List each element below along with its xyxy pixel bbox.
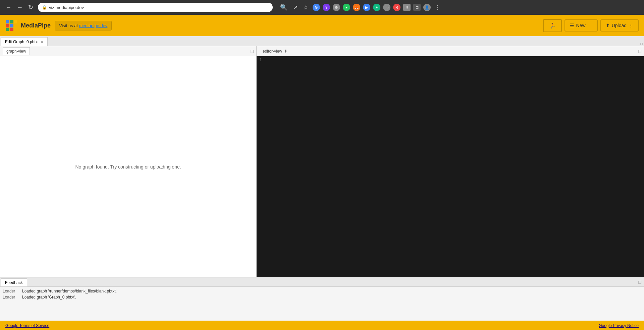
- new-menu-icon: ⋮: [588, 23, 592, 28]
- header-right: 🏃 ☰ New ⋮ ⬆ Upload ⋮: [543, 19, 639, 32]
- run-icon: 🏃: [549, 22, 556, 29]
- svg-rect-0: [6, 20, 9, 23]
- svg-rect-4: [10, 24, 13, 27]
- ext-icon-1[interactable]: G: [313, 4, 320, 11]
- svg-rect-5: [6, 28, 9, 31]
- feedback-row-2: Loader Loaded graph 'Graph_0.pbtxt'.: [0, 294, 644, 300]
- lock-icon: 🔒: [42, 5, 47, 10]
- app-logo: MediaPipe: [5, 19, 51, 31]
- share-button[interactable]: ↗: [291, 3, 300, 12]
- search-button[interactable]: 🔍: [278, 3, 289, 12]
- visit-label: Visit us at: [59, 23, 78, 28]
- feedback-tab-bar: Feedback □: [0, 277, 644, 287]
- privacy-link[interactable]: Google Privacy Notice: [599, 323, 639, 328]
- run-button[interactable]: 🏃: [543, 19, 562, 32]
- upload-icon: ⬆: [606, 23, 610, 28]
- bookmark-button[interactable]: ☆: [301, 3, 311, 12]
- feedback-panel: Feedback □ Loader Loaded graph '/runner/…: [0, 277, 644, 321]
- reload-button[interactable]: ↻: [26, 3, 35, 12]
- editor-download-icon[interactable]: ⬇: [284, 49, 287, 54]
- browser-chrome: ← → ↻ 🔒 viz.mediapipe.dev 🔍 ↗ ☆ G 9 ⚙ ● …: [0, 0, 644, 15]
- graph-panel-header: graph-view □: [0, 46, 256, 56]
- graph-tab-close[interactable]: ×: [41, 40, 43, 44]
- editor-tab-label: editor-view: [263, 49, 282, 54]
- feedback-msg-2: Loaded graph 'Graph_0.pbtxt'.: [22, 295, 76, 300]
- svg-rect-2: [14, 20, 17, 23]
- browser-actions: 🔍 ↗ ☆ G 9 ⚙ ● 🦊 ▶ + ⇒ R ⬇ ⊡ 👤 ⋮: [278, 3, 443, 12]
- editor-content: 1: [257, 56, 644, 277]
- ext-icon-9[interactable]: R: [393, 4, 400, 11]
- browser-nav-buttons: ← → ↻: [3, 3, 35, 12]
- graph-panel-maximize[interactable]: □: [251, 49, 254, 54]
- ext-icon-2[interactable]: 9: [323, 4, 330, 11]
- app-header: MediaPipe Visit us at mediapipe.dev 🏃 ☰ …: [0, 15, 644, 36]
- feedback-maximize[interactable]: □: [639, 279, 644, 285]
- app-name: MediaPipe: [21, 22, 51, 29]
- footer-left: Google Terms of Service: [5, 323, 49, 328]
- list-icon: ☰: [570, 23, 574, 28]
- line-1: 1: [259, 58, 262, 62]
- feedback-row-1: Loader Loaded graph '/runner/demos/blank…: [0, 288, 644, 294]
- ext-icon-11[interactable]: ⊡: [413, 4, 421, 11]
- graph-tab[interactable]: Edit Graph_0.pbtxt ×: [1, 37, 48, 46]
- right-panel: editor-view ⬇ □ 1: [257, 46, 644, 277]
- feedback-content: Loader Loaded graph '/runner/demos/blank…: [0, 287, 644, 321]
- svg-rect-3: [6, 24, 9, 27]
- feedback-label-1: Loader: [3, 289, 19, 293]
- left-panel: graph-view □ No graph found. Try constru…: [0, 46, 257, 277]
- main-area: graph-view □ No graph found. Try constru…: [0, 46, 644, 321]
- maximize-icon: □: [640, 42, 643, 46]
- graph-canvas: No graph found. Try constructing or uplo…: [0, 56, 256, 277]
- mediapipe-logo-icon: [5, 19, 17, 31]
- new-button[interactable]: ☰ New ⋮: [565, 19, 598, 31]
- editor-panel-maximize[interactable]: □: [639, 49, 641, 54]
- terms-link[interactable]: Google Terms of Service: [5, 323, 49, 328]
- tab-bar: Edit Graph_0.pbtxt × □: [0, 36, 644, 46]
- editor-panel-header: editor-view ⬇ □: [257, 46, 644, 56]
- footer: Google Terms of Service Google Privacy N…: [0, 321, 644, 330]
- ext-icon-3[interactable]: ⚙: [333, 4, 340, 11]
- upload-menu-icon: ⋮: [629, 23, 633, 28]
- footer-right: Google Privacy Notice: [599, 323, 639, 328]
- ext-icon-10[interactable]: ⬇: [403, 4, 411, 11]
- svg-rect-6: [10, 28, 13, 31]
- ext-icon-6[interactable]: ▶: [363, 4, 370, 11]
- profile-icon[interactable]: 👤: [423, 4, 431, 11]
- editor-view-tab[interactable]: editor-view ⬇: [259, 48, 291, 55]
- panels: graph-view □ No graph found. Try constru…: [0, 46, 644, 277]
- ext-icon-7[interactable]: +: [373, 4, 380, 11]
- back-button[interactable]: ←: [3, 3, 13, 12]
- no-graph-message: No graph found. Try constructing or uplo…: [75, 164, 181, 170]
- tab-maximize[interactable]: □: [640, 42, 644, 46]
- ext-icon-4[interactable]: ●: [343, 4, 350, 11]
- line-numbers: 1: [257, 56, 264, 277]
- feedback-label-2: Loader: [3, 295, 19, 300]
- ext-icon-8[interactable]: ⇒: [383, 4, 390, 11]
- url-text: viz.mediapipe.dev: [49, 5, 84, 10]
- graph-view-tab[interactable]: graph-view: [3, 47, 30, 55]
- more-button[interactable]: ⋮: [433, 3, 443, 12]
- feedback-msg-1: Loaded graph '/runner/demos/blank_files/…: [22, 289, 117, 293]
- feedback-tab[interactable]: Feedback: [1, 278, 27, 286]
- address-bar[interactable]: 🔒 viz.mediapipe.dev: [38, 3, 273, 12]
- forward-button[interactable]: →: [15, 3, 25, 12]
- upload-button[interactable]: ⬆ Upload ⋮: [600, 19, 639, 31]
- ext-icon-5[interactable]: 🦊: [353, 4, 360, 11]
- visit-link[interactable]: mediapipe.dev: [79, 23, 108, 28]
- new-label: New: [576, 23, 586, 28]
- svg-rect-1: [10, 20, 13, 23]
- visit-link-container: Visit us at mediapipe.dev: [55, 21, 112, 30]
- upload-label: Upload: [612, 23, 627, 28]
- graph-tab-label: Edit Graph_0.pbtxt: [5, 40, 39, 44]
